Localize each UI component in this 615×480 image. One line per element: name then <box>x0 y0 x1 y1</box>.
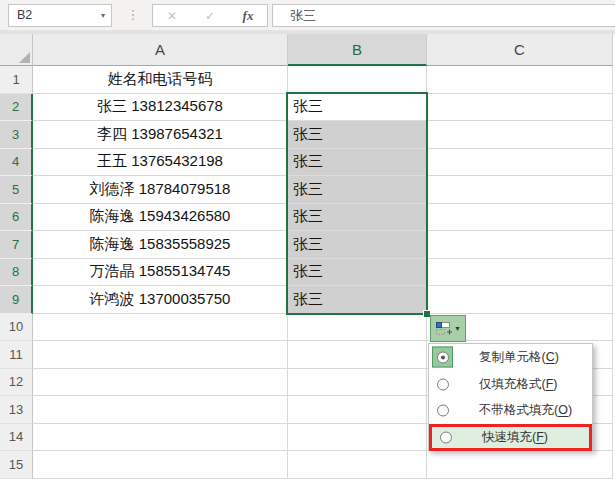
radio-icon <box>435 427 456 448</box>
row-header-13[interactable]: 13 <box>0 396 33 424</box>
cell-A10[interactable] <box>33 314 288 342</box>
row-header-11[interactable]: 11 <box>0 341 33 369</box>
column-headers: A B C <box>0 34 615 66</box>
cancel-icon[interactable]: ✕ <box>153 9 191 23</box>
row-header-8[interactable]: 8 <box>0 259 33 287</box>
formula-bar-row: B2 ▾ ⋮ ✕ ✓ fx 张三 <box>0 0 615 30</box>
grid-row-2: 2张三 13812345678张三 <box>0 94 615 122</box>
cell-B11[interactable] <box>288 341 427 369</box>
cell-A2[interactable]: 张三 13812345678 <box>33 94 288 122</box>
cell-B14[interactable] <box>288 424 427 452</box>
cell-C7[interactable] <box>427 231 613 259</box>
cell-C9[interactable] <box>427 286 613 314</box>
name-box-dropdown-icon[interactable]: ▾ <box>101 5 105 26</box>
grid-row-3: 3李四 13987654321张三 <box>0 121 615 149</box>
cell-B8[interactable]: 张三 <box>288 259 427 287</box>
autofill-option-copy-cells[interactable]: 复制单元格(C) <box>429 344 592 371</box>
cell-A6[interactable]: 陈海逸 15943426580 <box>33 204 288 232</box>
column-header-C[interactable]: C <box>427 34 613 66</box>
cell-B15[interactable] <box>288 451 427 479</box>
autofill-icon <box>436 322 452 336</box>
row-header-15[interactable]: 15 <box>0 451 33 479</box>
cell-B6[interactable]: 张三 <box>288 204 427 232</box>
cell-A1[interactable]: 姓名和电话号码 <box>33 66 288 94</box>
cell-A12[interactable] <box>33 369 288 397</box>
column-header-B[interactable]: B <box>288 34 427 66</box>
cell-A13[interactable] <box>33 396 288 424</box>
cell-B12[interactable] <box>288 369 427 397</box>
insert-function-icon[interactable]: fx <box>229 8 267 24</box>
row-header-5[interactable]: 5 <box>0 176 33 204</box>
cell-A9[interactable]: 许鸿波 13700035750 <box>33 286 288 314</box>
autofill-options-menu: 复制单元格(C)仅填充格式(F)不带格式填充(O)快速填充(F) <box>428 343 593 451</box>
formula-bar-input[interactable]: 张三 <box>272 4 615 27</box>
cell-A7[interactable]: 陈海逸 15835558925 <box>33 231 288 259</box>
autofill-options-button[interactable]: ▾ <box>430 315 466 342</box>
select-all-triangle-icon <box>19 52 30 63</box>
cell-B4[interactable]: 张三 <box>288 149 427 177</box>
formula-buttons: ✕ ✓ fx <box>152 4 268 27</box>
cell-A5[interactable]: 刘德泽 18784079518 <box>33 176 288 204</box>
row-header-7[interactable]: 7 <box>0 231 33 259</box>
cell-A3[interactable]: 李四 13987654321 <box>33 121 288 149</box>
cell-C8[interactable] <box>427 259 613 287</box>
row-header-9[interactable]: 9 <box>0 286 33 314</box>
autofill-dropdown-arrow-icon: ▾ <box>455 324 459 333</box>
row-header-14[interactable]: 14 <box>0 424 33 452</box>
grid-row-4: 4王五 13765432198张三 <box>0 149 615 177</box>
cell-A11[interactable] <box>33 341 288 369</box>
autofill-option-flash-fill[interactable]: 快速填充(F) <box>429 424 592 451</box>
row-header-6[interactable]: 6 <box>0 204 33 232</box>
cell-C3[interactable] <box>427 121 613 149</box>
cell-C1[interactable] <box>427 66 613 94</box>
name-box[interactable]: B2 ▾ <box>8 4 112 27</box>
grid-row-8: 8万浩晶 15855134745张三 <box>0 259 615 287</box>
row-header-2[interactable]: 2 <box>0 94 33 122</box>
grid-row-10: 10 <box>0 314 615 342</box>
autofill-option-fill-formatting-only[interactable]: 仅填充格式(F) <box>429 371 592 398</box>
cell-C6[interactable] <box>427 204 613 232</box>
confirm-icon[interactable]: ✓ <box>191 9 229 23</box>
cell-C15[interactable] <box>427 451 613 479</box>
select-all-button[interactable] <box>0 34 33 66</box>
column-header-A[interactable]: A <box>33 34 288 66</box>
formula-bar-gripper-icon[interactable]: ⋮ <box>126 4 140 27</box>
autofill-option-fill-without-formatting[interactable]: 不带格式填充(O) <box>429 398 592 425</box>
grid-row-9: 9许鸿波 13700035750张三 <box>0 286 615 314</box>
cell-C5[interactable] <box>427 176 613 204</box>
cell-A14[interactable] <box>33 424 288 452</box>
radio-icon <box>432 400 453 421</box>
cell-A8[interactable]: 万浩晶 15855134745 <box>33 259 288 287</box>
cell-B9[interactable]: 张三 <box>288 286 427 314</box>
grid-row-5: 5刘德泽 18784079518张三 <box>0 176 615 204</box>
cell-B1[interactable] <box>288 66 427 94</box>
grid-row-15: 15 <box>0 451 615 479</box>
radio-icon <box>432 374 453 395</box>
row-header-12[interactable]: 12 <box>0 369 33 397</box>
row-header-3[interactable]: 3 <box>0 121 33 149</box>
row-header-4[interactable]: 4 <box>0 149 33 177</box>
grid-row-1: 1姓名和电话号码 <box>0 66 615 94</box>
cell-C2[interactable] <box>427 94 613 122</box>
cell-B7[interactable]: 张三 <box>288 231 427 259</box>
cell-B2[interactable]: 张三 <box>288 94 427 122</box>
name-box-value: B2 <box>17 8 32 22</box>
cell-B13[interactable] <box>288 396 427 424</box>
cell-A15[interactable] <box>33 451 288 479</box>
excel-window: B2 ▾ ⋮ ✕ ✓ fx 张三 A B C 1姓名和电话号码2张三 13812… <box>0 0 615 480</box>
cell-B5[interactable]: 张三 <box>288 176 427 204</box>
radio-icon <box>432 347 453 368</box>
cell-C4[interactable] <box>427 149 613 177</box>
grid-row-7: 7陈海逸 15835558925张三 <box>0 231 615 259</box>
cell-B3[interactable]: 张三 <box>288 121 427 149</box>
row-header-10[interactable]: 10 <box>0 314 33 342</box>
cell-A4[interactable]: 王五 13765432198 <box>33 149 288 177</box>
cell-B10[interactable] <box>288 314 427 342</box>
row-header-1[interactable]: 1 <box>0 66 33 94</box>
grid-row-6: 6陈海逸 15943426580张三 <box>0 204 615 232</box>
